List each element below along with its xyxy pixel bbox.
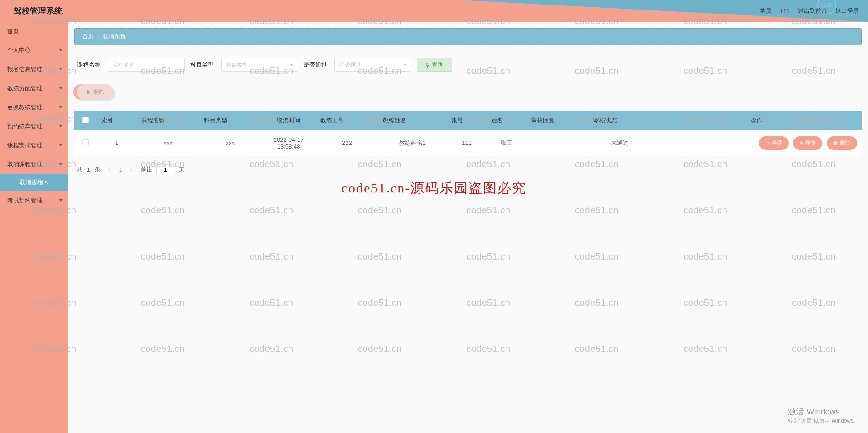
sidebar-item-course-arrange[interactable]: 课程安排管理 [0, 136, 68, 155]
th-course: 课程名称 [137, 111, 199, 130]
pg-total: 1 [87, 167, 90, 173]
cell-cancel-time: 2022-04-17 13:58:48 [261, 130, 316, 156]
edit-button[interactable]: ✎修改 [793, 136, 822, 150]
search-icon: ⚲ [425, 62, 430, 68]
query-button-label: 查询 [432, 61, 444, 69]
header-user-area: 学员 111 退出到前台 退出登录 [760, 0, 859, 22]
trash-icon: 🗑 [86, 89, 92, 95]
table-row: 1 xxx xxx 2022-04-17 13:58:48 222 教练姓名1 … [74, 130, 862, 156]
user-role: 学员 [760, 7, 772, 15]
sidebar-item-home[interactable]: 首页 [0, 22, 68, 41]
th-review-status: 审核状态 [589, 111, 651, 130]
query-button[interactable]: ⚲ 查询 [417, 58, 452, 72]
pg-total-prefix: 共 [77, 166, 82, 173]
th-cancel-time: 取消时间 [261, 111, 316, 130]
table-wrap: 索引 课程名称 科目类型 取消时间 教练工号 教练姓名 账号 姓名 审核回复 审… [74, 111, 862, 156]
breadcrumb-separator: | [97, 34, 99, 40]
th-ops: 操作 [651, 111, 862, 130]
sidebar-subitem-cancel-course[interactable]: 取消课程 ↖ [0, 174, 68, 191]
edit-icon: ✎ [799, 140, 804, 146]
label-subject: 科目类型 [190, 61, 214, 69]
select-subject[interactable] [221, 58, 298, 72]
th-coach-name: 教练姓名 [378, 111, 447, 130]
pagination: 共 1 条 ‹ 1 › 前往 页 [74, 164, 862, 175]
pg-goto-suffix: 页 [179, 166, 184, 173]
input-course[interactable] [108, 58, 185, 72]
th-account: 账号 [447, 111, 487, 130]
breadcrumb-home[interactable]: 首页 [82, 33, 94, 41]
pg-current[interactable]: 1 [119, 167, 122, 173]
cell-review-reply [526, 130, 589, 156]
trash-icon: 🗑 [833, 140, 839, 146]
pg-prev[interactable]: ‹ [105, 165, 115, 175]
breadcrumb: 首页 | 取消课程 [74, 28, 862, 45]
label-course: 课程名称 [77, 61, 101, 69]
th-index: 索引 [97, 111, 137, 130]
th-review-reply: 审核回复 [526, 111, 589, 130]
search-bar: 课程名称 科目类型 是否通过 ⚲ 查询 [74, 58, 862, 72]
row-checkbox[interactable] [82, 139, 89, 145]
batch-delete-label: 删除 [93, 88, 104, 96]
cell-course: xxx [137, 130, 199, 156]
batch-delete-button[interactable]: 🗑 删除 [77, 84, 113, 100]
cell-index: 1 [97, 130, 137, 156]
data-table: 索引 课程名称 科目类型 取消时间 教练工号 教练姓名 账号 姓名 审核回复 审… [74, 111, 862, 156]
sidebar-item-personal[interactable]: 个人中心 [0, 41, 68, 60]
th-checkbox [74, 111, 97, 130]
doc-icon: ▭ [765, 140, 770, 146]
detail-button[interactable]: ▭详情 [759, 136, 789, 150]
th-coach-no: 教练工号 [316, 111, 378, 130]
logout-link[interactable]: 退出登录 [835, 7, 859, 15]
th-name: 姓名 [487, 111, 526, 130]
sidebar: 首页 个人中心 报名信息管理 教练分配管理 更换教练管理 预约练车管理 课程安排… [0, 22, 68, 433]
cell-subject: xxx [199, 130, 262, 156]
sidebar-item-coach-assign[interactable]: 教练分配管理 [0, 79, 68, 98]
sidebar-item-reserve-practice[interactable]: 预约练车管理 [0, 117, 68, 136]
sidebar-item-cancel-course[interactable]: 取消课程管理 [0, 155, 68, 174]
sidebar-item-change-coach[interactable]: 更换教练管理 [0, 98, 68, 117]
checkbox-all[interactable] [82, 117, 89, 123]
delete-button[interactable]: 🗑删除 [827, 136, 857, 150]
pg-total-suffix: 条 [95, 166, 100, 173]
pg-next[interactable]: › [126, 165, 136, 175]
app-header: 驾校管理系统 05:05 学员 111 退出到前台 退出登录 [0, 0, 868, 22]
select-pass[interactable] [334, 58, 411, 72]
th-subject: 科目类型 [199, 111, 262, 130]
pg-goto-prefix: 前往 [141, 166, 152, 173]
sidebar-item-exam-reserve[interactable]: 考试预约管理 [0, 191, 68, 210]
main-content: 首页 | 取消课程 课程名称 科目类型 是否通过 ⚲ 查询 🗑 删除 索引 [68, 22, 868, 433]
pg-goto-input[interactable] [156, 164, 174, 175]
cell-review-status: 未通过 [589, 130, 651, 156]
user-id: 111 [780, 8, 790, 14]
cursor-icon: ↖ [44, 179, 49, 186]
breadcrumb-current: 取消课程 [102, 33, 126, 41]
label-pass: 是否通过 [304, 61, 327, 69]
sidebar-subitem-label: 取消课程 [19, 178, 43, 187]
table-header-row: 索引 课程名称 科目类型 取消时间 教练工号 教练姓名 账号 姓名 审核回复 审… [74, 111, 862, 130]
cell-coach-no: 222 [316, 130, 378, 156]
cell-name: 张三 [487, 130, 526, 156]
sidebar-item-signup[interactable]: 报名信息管理 [0, 60, 68, 79]
cell-coach-name: 教练姓名1 [378, 130, 447, 156]
action-row: 🗑 删除 [74, 84, 862, 100]
cell-account: 111 [447, 130, 487, 156]
cell-ops: ▭详情 ✎修改 🗑删除 [651, 130, 862, 156]
app-title: 驾校管理系统 [14, 5, 63, 16]
exit-front-link[interactable]: 退出到前台 [798, 7, 827, 15]
